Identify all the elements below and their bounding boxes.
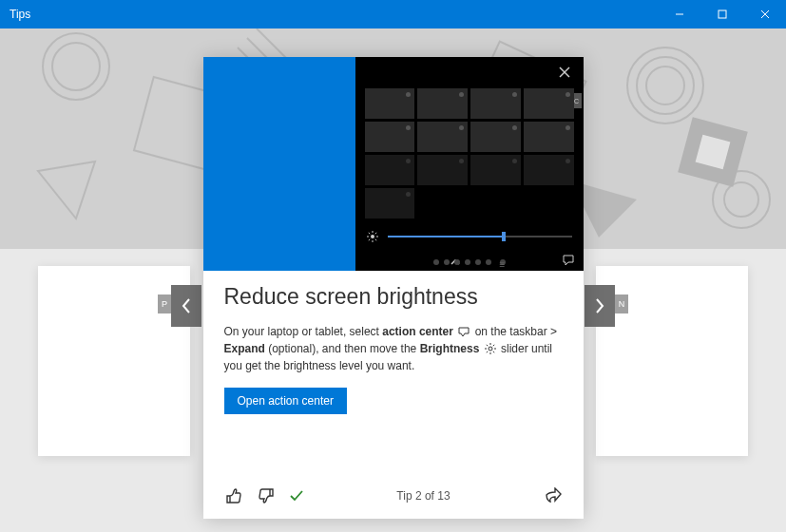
tip-footer: Tip 2 of 13: [203, 475, 584, 519]
quick-action-tile: [365, 155, 415, 185]
tip-title: Reduce screen brightness: [224, 284, 563, 310]
tip-counter: Tip 2 of 13: [317, 489, 530, 503]
svg-point-5: [52, 43, 100, 90]
quick-action-tile: [417, 155, 468, 185]
slider-thumb-icon: [502, 232, 506, 241]
previous-button[interactable]: [171, 285, 201, 327]
quick-action-tile: [470, 155, 521, 185]
svg-line-25: [368, 233, 369, 234]
svg-point-20: [371, 235, 374, 238]
svg-point-29: [489, 347, 492, 351]
quick-action-tile: [365, 122, 415, 152]
quick-action-tile: [417, 88, 468, 119]
maximize-button[interactable]: [700, 0, 743, 28]
close-button[interactable]: [743, 0, 786, 28]
svg-point-13: [646, 66, 684, 104]
illustration-desktop: [203, 57, 355, 271]
next-label: N: [615, 294, 628, 314]
action-center-icon: [458, 327, 470, 337]
thumbs-down-button[interactable]: [257, 486, 276, 505]
quick-action-tile: [417, 122, 468, 152]
tip-description: On your laptop or tablet, select action …: [224, 323, 563, 374]
svg-line-35: [492, 352, 493, 352]
svg-line-36: [486, 352, 487, 352]
window-title: Tips: [10, 8, 30, 21]
quick-action-tile: [470, 88, 521, 119]
open-action-center-button[interactable]: Open action center: [224, 388, 347, 414]
brightness-slider: [388, 236, 572, 238]
tip-card: C: [203, 57, 584, 519]
tip-body: Reduce screen brightness On your laptop …: [203, 271, 584, 429]
quick-action-tile: [470, 122, 521, 152]
svg-line-34: [486, 345, 487, 346]
quick-action-tile: [365, 188, 415, 218]
next-button[interactable]: [585, 285, 615, 327]
tip-illustration: C: [203, 57, 584, 271]
svg-line-37: [492, 345, 493, 346]
quick-action-tile: [365, 88, 415, 119]
svg-line-26: [374, 239, 375, 240]
quick-action-tile: [524, 88, 574, 119]
svg-line-27: [368, 239, 369, 240]
quick-action-tile: [524, 122, 574, 152]
close-icon: [559, 66, 570, 78]
svg-rect-1: [719, 10, 726, 18]
share-button[interactable]: [544, 487, 563, 504]
quick-action-tiles: [365, 88, 574, 218]
content-area: P N C: [0, 28, 786, 532]
illustration-action-center: C: [355, 57, 584, 271]
thumbs-up-button[interactable]: [224, 486, 243, 505]
svg-point-15: [724, 182, 758, 217]
checkmark-icon[interactable]: [289, 488, 304, 504]
minimize-button[interactable]: [658, 0, 700, 28]
caption-buttons: [658, 0, 786, 28]
brightness-icon: [485, 343, 496, 354]
brightness-slider-row: [367, 231, 572, 242]
svg-line-28: [374, 233, 375, 234]
pagination-dots: ≡: [433, 259, 506, 265]
svg-point-11: [627, 48, 703, 124]
brightness-icon: [367, 231, 378, 242]
prev-label: P: [158, 294, 171, 314]
quick-action-tile: [524, 155, 574, 185]
message-icon: [563, 255, 574, 266]
titlebar: Tips: [0, 0, 786, 28]
